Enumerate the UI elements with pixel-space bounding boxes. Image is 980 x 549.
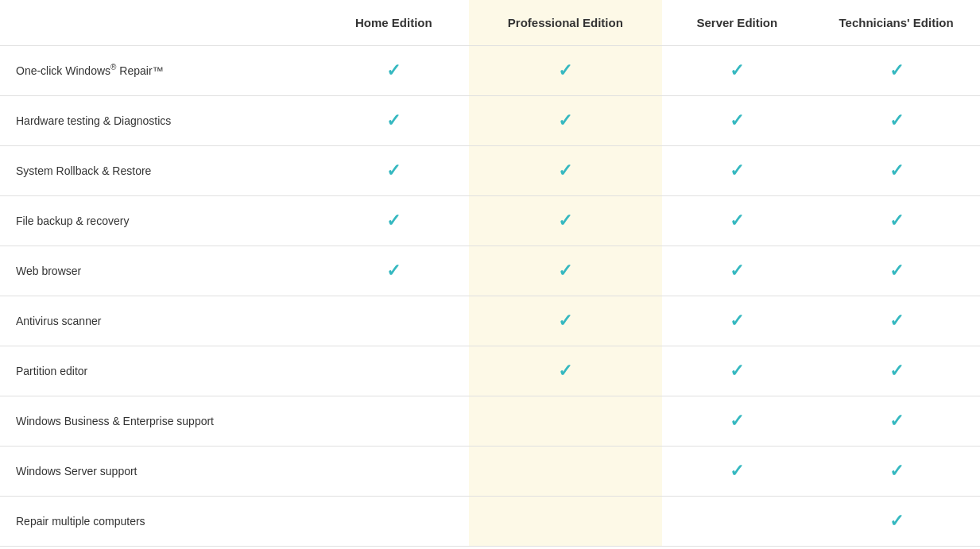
table-row: File backup & recovery✓✓✓✓ <box>0 196 980 246</box>
cell-home: ✓ <box>318 196 469 246</box>
checkmark-icon: ✓ <box>889 361 904 381</box>
checkmark-icon: ✓ <box>730 461 744 481</box>
checkmark-icon: ✓ <box>386 160 401 181</box>
cell-professional: ✓ <box>469 146 661 196</box>
table-row: Hardware testing & Diagnostics✓✓✓✓ <box>0 96 980 146</box>
cell-home <box>318 447 469 497</box>
checkmark-icon: ✓ <box>386 110 401 131</box>
cell-technicians: ✓ <box>812 497 980 547</box>
cell-home <box>318 396 469 447</box>
feature-name: Web browser <box>16 265 81 277</box>
col-header-feature <box>0 0 318 46</box>
checkmark-icon: ✓ <box>889 511 904 532</box>
table-row: Windows Server support✓✓ <box>0 447 980 497</box>
cell-technicians: ✓ <box>812 146 980 196</box>
cell-server: ✓ <box>662 196 813 246</box>
cell-home: ✓ <box>318 246 469 296</box>
checkmark-icon: ✓ <box>889 211 904 231</box>
cell-server: ✓ <box>662 46 813 96</box>
cell-professional <box>469 396 661 447</box>
checkmark-icon: ✓ <box>558 311 572 331</box>
table-row: One-click Windows® Repair™✓✓✓✓ <box>0 46 980 96</box>
feature-name: Antivirus scanner <box>16 315 101 327</box>
table-row: Repair multiple computers✓ <box>0 497 980 547</box>
cell-professional: ✓ <box>469 296 661 346</box>
table-row: Web browser✓✓✓✓ <box>0 246 980 296</box>
cell-technicians: ✓ <box>812 246 980 296</box>
col-header-home: Home Edition <box>318 0 469 46</box>
checkmark-icon: ✓ <box>730 411 744 431</box>
cell-technicians: ✓ <box>812 396 980 447</box>
cell-home <box>318 346 469 396</box>
checkmark-icon: ✓ <box>730 160 744 181</box>
feature-name: System Rollback & Restore <box>16 164 151 177</box>
feature-cell: Hardware testing & Diagnostics <box>0 96 318 146</box>
feature-cell: Windows Server support <box>0 447 318 497</box>
cell-technicians: ✓ <box>812 447 980 497</box>
checkmark-icon: ✓ <box>730 311 744 331</box>
comparison-table: Home Edition Professional Edition Server… <box>0 0 980 547</box>
feature-cell: System Rollback & Restore <box>0 146 318 196</box>
feature-name: Repair multiple computers <box>16 515 145 528</box>
cell-server: ✓ <box>662 447 813 497</box>
cell-server: ✓ <box>662 296 813 346</box>
cell-professional: ✓ <box>469 196 661 246</box>
checkmark-icon: ✓ <box>889 461 904 481</box>
cell-technicians: ✓ <box>812 346 980 396</box>
cell-home: ✓ <box>318 96 469 146</box>
cell-home <box>318 296 469 346</box>
cell-technicians: ✓ <box>812 46 980 96</box>
checkmark-icon: ✓ <box>889 261 904 281</box>
checkmark-icon: ✓ <box>558 160 572 181</box>
table-row: System Rollback & Restore✓✓✓✓ <box>0 146 980 196</box>
checkmark-icon: ✓ <box>730 211 744 231</box>
cell-technicians: ✓ <box>812 96 980 146</box>
col-header-technicians: Technicians' Edition <box>812 0 980 46</box>
cell-server <box>662 497 813 547</box>
cell-technicians: ✓ <box>812 296 980 346</box>
checkmark-icon: ✓ <box>558 211 572 231</box>
checkmark-icon: ✓ <box>558 361 572 381</box>
checkmark-icon: ✓ <box>730 60 744 81</box>
cell-server: ✓ <box>662 146 813 196</box>
cell-home: ✓ <box>318 46 469 96</box>
feature-cell: Web browser <box>0 246 318 296</box>
cell-server: ✓ <box>662 96 813 146</box>
checkmark-icon: ✓ <box>889 60 904 81</box>
checkmark-icon: ✓ <box>730 261 744 281</box>
cell-server: ✓ <box>662 346 813 396</box>
feature-name: One-click Windows® Repair™ <box>16 64 164 77</box>
feature-cell: File backup & recovery <box>0 196 318 246</box>
feature-cell: Windows Business & Enterprise support <box>0 396 318 447</box>
checkmark-icon: ✓ <box>730 110 744 131</box>
feature-name: File backup & recovery <box>16 215 129 227</box>
cell-professional: ✓ <box>469 96 661 146</box>
feature-cell: Antivirus scanner <box>0 296 318 346</box>
feature-name: Hardware testing & Diagnostics <box>16 114 171 127</box>
cell-home <box>318 497 469 547</box>
checkmark-icon: ✓ <box>889 411 904 431</box>
feature-cell: Repair multiple computers <box>0 497 318 547</box>
feature-cell: One-click Windows® Repair™ <box>0 46 318 96</box>
cell-professional <box>469 497 661 547</box>
feature-cell: Partition editor <box>0 346 318 396</box>
col-header-server: Server Edition <box>662 0 813 46</box>
checkmark-icon: ✓ <box>558 261 572 281</box>
cell-professional: ✓ <box>469 246 661 296</box>
checkmark-icon: ✓ <box>558 110 572 131</box>
checkmark-icon: ✓ <box>386 261 401 281</box>
feature-name: Partition editor <box>16 365 87 377</box>
cell-technicians: ✓ <box>812 196 980 246</box>
cell-server: ✓ <box>662 246 813 296</box>
checkmark-icon: ✓ <box>386 211 401 231</box>
checkmark-icon: ✓ <box>386 60 401 81</box>
checkmark-icon: ✓ <box>730 361 744 381</box>
feature-name: Windows Business & Enterprise support <box>16 415 214 427</box>
cell-home: ✓ <box>318 146 469 196</box>
feature-name: Windows Server support <box>16 465 138 477</box>
cell-professional: ✓ <box>469 46 661 96</box>
checkmark-icon: ✓ <box>889 110 904 131</box>
checkmark-icon: ✓ <box>558 60 572 81</box>
cell-server: ✓ <box>662 396 813 447</box>
cell-professional: ✓ <box>469 346 661 396</box>
